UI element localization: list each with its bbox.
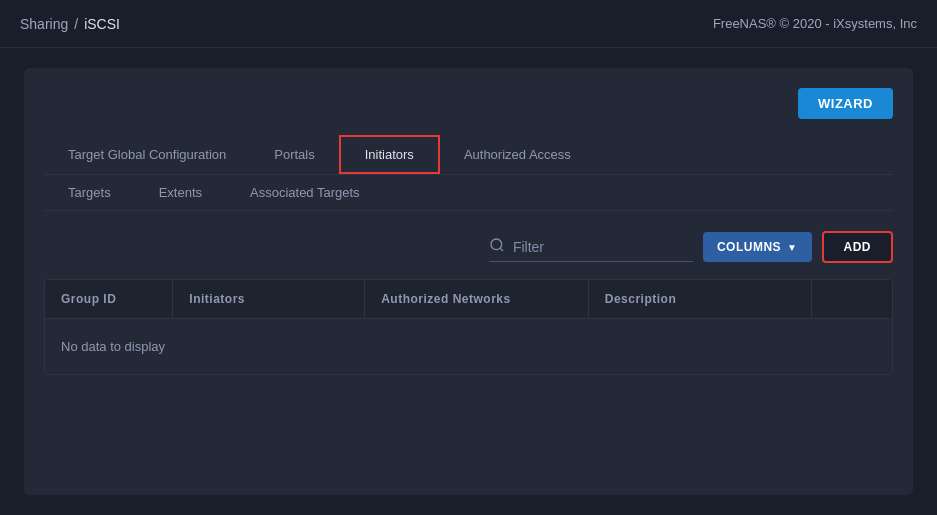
- tab-portals[interactable]: Portals: [250, 137, 338, 172]
- column-header-actions: [812, 280, 892, 318]
- breadcrumb-sharing[interactable]: Sharing: [20, 16, 68, 32]
- column-header-group-id: Group ID: [45, 280, 173, 318]
- tab-associated-targets[interactable]: Associated Targets: [226, 175, 384, 210]
- wizard-button[interactable]: WIZARD: [798, 88, 893, 119]
- table-body: No data to display: [45, 319, 892, 374]
- chevron-down-icon: ▼: [787, 242, 797, 253]
- card: WIZARD Target Global Configuration Porta…: [24, 68, 913, 495]
- search-input[interactable]: [513, 239, 693, 255]
- column-header-authorized-networks: Authorized Networks: [365, 280, 589, 318]
- svg-point-0: [491, 239, 502, 250]
- no-data-message: No data to display: [45, 319, 892, 374]
- search-icon: [489, 237, 505, 257]
- svg-line-1: [500, 248, 503, 251]
- tab-targets[interactable]: Targets: [44, 175, 135, 210]
- breadcrumb: Sharing / iSCSI: [20, 16, 120, 32]
- columns-button[interactable]: COLUMNS ▼: [703, 232, 812, 262]
- tab-extents[interactable]: Extents: [135, 175, 226, 210]
- search-container: [489, 233, 693, 262]
- toolbar: COLUMNS ▼ ADD: [44, 231, 893, 263]
- column-header-description: Description: [589, 280, 813, 318]
- tabs-row2: Targets Extents Associated Targets: [44, 175, 893, 211]
- table: Group ID Initiators Authorized Networks …: [44, 279, 893, 375]
- main-content: WIZARD Target Global Configuration Porta…: [0, 48, 937, 515]
- top-bar-brand: FreeNAS® © 2020 - iXsystems, Inc: [713, 16, 917, 31]
- tab-initiators[interactable]: Initiators: [339, 135, 440, 174]
- tab-target-global-config[interactable]: Target Global Configuration: [44, 137, 250, 172]
- card-header: WIZARD: [44, 88, 893, 119]
- tabs-row1: Target Global Configuration Portals Init…: [44, 135, 893, 175]
- add-button[interactable]: ADD: [822, 231, 894, 263]
- tab-authorized-access[interactable]: Authorized Access: [440, 137, 595, 172]
- breadcrumb-current: iSCSI: [84, 16, 120, 32]
- breadcrumb-separator: /: [74, 16, 78, 32]
- table-header: Group ID Initiators Authorized Networks …: [45, 280, 892, 319]
- column-header-initiators: Initiators: [173, 280, 365, 318]
- top-bar: Sharing / iSCSI FreeNAS® © 2020 - iXsyst…: [0, 0, 937, 48]
